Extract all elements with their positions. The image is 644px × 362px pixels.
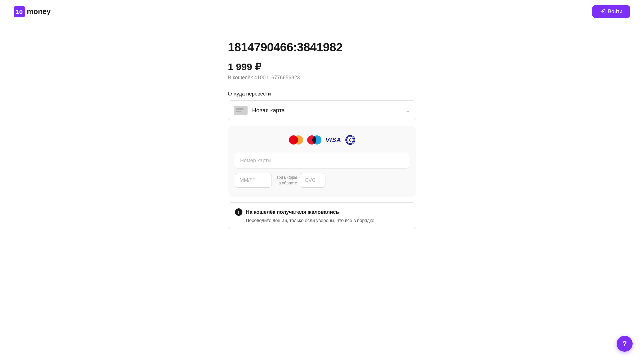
logo-icon: 10 [14, 6, 25, 17]
card-dropdown-left: Новая карта [234, 106, 285, 115]
cvc-hint: Три цифры на обороте [276, 175, 297, 186]
help-button[interactable]: ? [617, 336, 633, 352]
card-select-label: Новая карта [252, 107, 285, 114]
expiry-input[interactable] [235, 173, 272, 188]
chevron-down-icon: ⌄ [405, 107, 410, 114]
visa-logo: VISA [325, 136, 341, 144]
svg-point-5 [349, 138, 353, 142]
login-button[interactable]: Войти [592, 5, 630, 18]
login-button-label: Войти [608, 9, 622, 15]
logo: 10 money [14, 6, 51, 17]
warning-icon: ! [235, 208, 242, 216]
transaction-id: 1814790466:3841982 [228, 40, 416, 54]
header: 10 money Войти [0, 0, 644, 23]
warning-title: На кошелёк получателя жаловались [246, 209, 339, 215]
main-content: 1814790466:3841982 1 999 ₽ В кошелёк 410… [222, 23, 422, 252]
logo-text: money [27, 7, 51, 16]
card-number-input[interactable] [235, 153, 409, 168]
warning-title-row: ! На кошелёк получателя жаловались [235, 208, 409, 216]
maestro-logo [307, 135, 321, 145]
help-button-label: ? [622, 339, 627, 348]
cvc-input[interactable] [300, 173, 325, 188]
diners-icon [346, 136, 355, 144]
cvc-container: Три цифры на обороте [276, 173, 325, 188]
diners-logo [345, 135, 355, 145]
mastercard-logo [289, 135, 303, 145]
svg-text:10: 10 [16, 8, 23, 15]
source-label: Откуда перевести [228, 91, 416, 97]
card-logos: VISA [235, 135, 409, 145]
login-icon [600, 9, 606, 15]
card-form-panel: VISA Три цифры на обороте [228, 126, 416, 197]
amount: 1 999 ₽ [228, 61, 416, 72]
svg-point-4 [347, 138, 351, 142]
card-source-dropdown[interactable]: Новая карта ⌄ [228, 100, 416, 120]
card-placeholder-icon [234, 106, 248, 115]
card-bottom-row: Три цифры на обороте [235, 173, 409, 188]
warning-banner: ! На кошелёк получателя жаловались Перев… [228, 202, 416, 229]
warning-text: Переводите деньги, только если уверены, … [246, 218, 409, 223]
wallet-info: В кошелёк 4100116776656823 [228, 75, 416, 81]
svg-point-3 [347, 136, 354, 144]
